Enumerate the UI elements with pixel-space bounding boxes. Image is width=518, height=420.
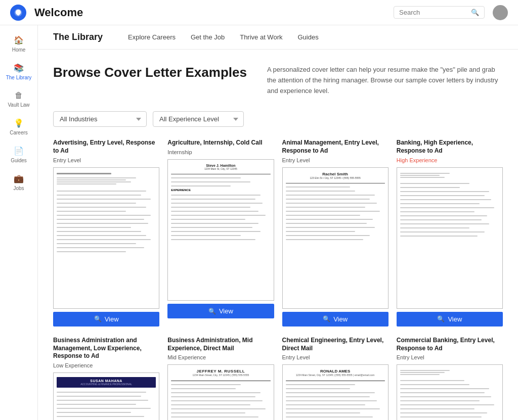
magnifier-icon: 🔍	[208, 308, 216, 315]
main-layout: 🏠 Home 📚 The Library 🗑 Vault Law 💡 Caree…	[0, 25, 518, 420]
home-icon: 🏠	[14, 35, 24, 45]
content-area: The Library Explore Careers Get the Job …	[38, 25, 518, 420]
card-title: Advertising, Entry Level, Response to Ad	[53, 139, 159, 155]
sidebar-item-library[interactable]: 📚 The Library	[0, 58, 37, 86]
search-icon: 🔍	[471, 9, 479, 16]
subnav: The Library Explore Careers Get the Job …	[38, 25, 518, 50]
view-button[interactable]: 🔍 View	[282, 312, 388, 326]
card-title: Animal Management, Entry Level, Response…	[282, 139, 388, 155]
app-logo[interactable]	[10, 5, 26, 21]
card-preview	[397, 364, 503, 420]
logo-icon	[14, 8, 23, 17]
list-item: Agriculture, Internship, Cold Call Inter…	[167, 139, 274, 326]
jobs-icon: 💼	[14, 174, 24, 183]
hero-title: Browse Cover Letter Examples	[53, 65, 247, 80]
subnav-link-explore[interactable]: Explore Careers	[128, 31, 176, 43]
card-title: Business Administration, Mid Experience,…	[167, 337, 274, 352]
list-item: Commercial Banking, Entry Level, Respons…	[397, 337, 503, 420]
sidebar-item-home[interactable]: 🏠 Home	[0, 30, 37, 58]
sidebar-label-library: The Library	[6, 75, 32, 81]
sidebar-label-guides: Guides	[11, 158, 27, 164]
guides-icon: 📄	[14, 146, 24, 156]
avatar[interactable]	[493, 5, 508, 20]
library-icon: 📚	[14, 63, 24, 73]
sidebar-item-jobs[interactable]: 💼 Jobs	[0, 169, 37, 197]
industry-filter[interactable]: All Industries Advertising Agriculture B…	[53, 111, 147, 127]
list-item: Business Administration, Mid Experience,…	[167, 337, 274, 420]
view-button[interactable]: 🔍 View	[167, 304, 274, 318]
magnifier-icon: 🔍	[94, 315, 102, 322]
sidebar-label-vault: Vault Law	[8, 102, 29, 108]
card-preview	[397, 167, 503, 309]
subnav-link-get-job[interactable]: Get the Job	[191, 31, 225, 43]
card-preview: SUSAN MAHANA ACCOUNTING & FINANCE PROFES…	[53, 372, 159, 420]
sidebar-label-careers: Careers	[10, 130, 28, 136]
view-button[interactable]: 🔍 View	[53, 312, 159, 326]
magnifier-icon: 🔍	[437, 315, 445, 322]
card-grid: Advertising, Entry Level, Response to Ad…	[53, 139, 503, 420]
subnav-link-guides[interactable]: Guides	[297, 31, 318, 43]
card-preview	[53, 167, 159, 309]
careers-icon: 💡	[14, 118, 24, 128]
card-title: Banking, High Experience, Response to Ad	[397, 139, 503, 155]
card-preview: RONALD AMES 1234 Main Street, City, ST 1…	[282, 364, 388, 420]
subnav-brand: The Library	[53, 32, 103, 42]
view-button[interactable]: 🔍 View	[397, 312, 503, 326]
topbar: Welcome 🔍	[0, 0, 518, 25]
sidebar-label-jobs: Jobs	[13, 185, 24, 192]
card-title: Chemical Engineering, Entry Level, Direc…	[282, 337, 388, 352]
filters-bar: All Industries Advertising Agriculture B…	[53, 111, 503, 127]
card-level: Entry Level	[397, 354, 503, 360]
card-level: Entry Level	[282, 157, 388, 163]
sidebar-item-careers[interactable]: 💡 Careers	[0, 113, 37, 141]
page-body: Browse Cover Letter Examples A personali…	[38, 50, 518, 420]
card-level: Entry Level	[53, 157, 159, 163]
hero-description: A personalized cover letter can help you…	[267, 65, 503, 96]
card-preview: Rachel Smith 123 Elm St • City, ST 12345…	[282, 167, 388, 309]
card-preview: Steve J. Hamilton 1234 Main St, City, ST…	[167, 159, 274, 301]
sidebar-item-vault-law[interactable]: 🗑 Vault Law	[0, 86, 37, 113]
sidebar-label-home: Home	[12, 47, 26, 53]
vault-icon: 🗑	[15, 91, 23, 100]
page-title: Welcome	[34, 6, 394, 19]
search-box[interactable]: 🔍	[394, 6, 485, 19]
card-level: Mid Experience	[167, 354, 274, 360]
experience-filter[interactable]: All Experience Level Entry Level Interns…	[153, 111, 244, 127]
list-item: Banking, High Experience, Response to Ad…	[397, 139, 503, 326]
card-preview: JEFFREY M. RUSSELL 1234 Main Street, Cit…	[167, 364, 274, 420]
sidebar-item-guides[interactable]: 📄 Guides	[0, 141, 37, 169]
card-level: High Experience	[397, 157, 503, 163]
search-input[interactable]	[399, 9, 468, 16]
card-level: Internship	[167, 149, 274, 155]
list-item: Advertising, Entry Level, Response to Ad…	[53, 139, 159, 326]
list-item: Chemical Engineering, Entry Level, Direc…	[282, 337, 388, 420]
list-item: Animal Management, Entry Level, Response…	[282, 139, 388, 326]
card-level: Low Experience	[53, 362, 159, 368]
card-title: Commercial Banking, Entry Level, Respons…	[397, 337, 503, 352]
sidebar: 🏠 Home 📚 The Library 🗑 Vault Law 💡 Caree…	[0, 25, 38, 420]
card-level: Entry Level	[282, 354, 388, 360]
magnifier-icon: 🔍	[323, 315, 330, 322]
hero-section: Browse Cover Letter Examples A personali…	[53, 65, 503, 96]
card-title: Business Administration and Management, …	[53, 337, 159, 360]
subnav-link-thrive[interactable]: Thrive at Work	[240, 31, 282, 43]
list-item: Business Administration and Management, …	[53, 337, 159, 420]
card-title: Agriculture, Internship, Cold Call	[167, 139, 274, 147]
